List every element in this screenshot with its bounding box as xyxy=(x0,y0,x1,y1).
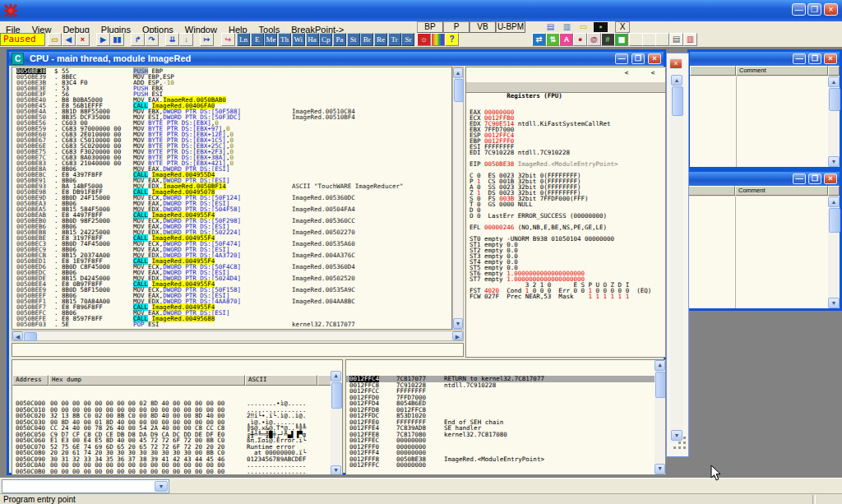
vertical-scrollbar[interactable]: ▲ ▼ xyxy=(828,197,840,308)
stack-row[interactable]: 0012FFD80012FFC8 xyxy=(346,407,665,414)
disassembly-vscrollbar[interactable]: ▲ ▼ xyxy=(452,67,464,330)
disassembly-row[interactable]: 0050BE3B.83C4 F0ADD ESP,-10 xyxy=(12,80,451,86)
appearance-button[interactable] xyxy=(431,33,445,46)
dump-row[interactable]: 0050C0C000 00 00 00 00 00 00 00 00 00 00… xyxy=(12,474,342,475)
disassembly-row[interactable]: 0050BE9D.8B0D 24F15000MOV ECX,DWORD PTR … xyxy=(12,195,451,201)
disassembly-row[interactable]: 0050BEC3.8B0D 74F45000MOV ECX,DWORD PTR … xyxy=(12,241,451,247)
stack-row[interactable]: 0012FFD48054B6ED xyxy=(346,400,665,407)
stack-vscrollbar[interactable]: ▲ ▼ xyxy=(655,360,666,474)
run-button[interactable]: ▶ xyxy=(96,33,110,46)
execute-till-return-button[interactable]: ↦ xyxy=(200,33,214,46)
stack-row[interactable]: 0012FFDC853D1020 xyxy=(346,413,665,419)
stack-row[interactable]: 0012FFCCFFFFFFFF xyxy=(346,388,665,395)
comment-list[interactable] xyxy=(687,197,828,308)
spiral-button[interactable]: @ xyxy=(587,33,601,46)
pane-button-e[interactable]: E xyxy=(251,33,264,46)
command-combobox[interactable]: ▼ xyxy=(2,479,169,493)
empty-toolbar-button[interactable] xyxy=(629,33,643,46)
console-icon[interactable]: ▪ xyxy=(594,22,608,32)
registers-pane[interactable]: Registers (FPU) < < EAX 00000000ECX 0012… xyxy=(465,67,666,358)
comment-list[interactable] xyxy=(690,76,828,167)
pane-button-me[interactable]: Me xyxy=(264,33,277,46)
register-line[interactable]: O 0 LastErr ERROR_SUCCESS (00000000) xyxy=(466,213,665,219)
collapse-button[interactable]: < xyxy=(621,68,632,77)
menu-button-bp[interactable]: BP xyxy=(417,21,443,33)
stack-row[interactable]: 0012FFF000000000 xyxy=(346,444,665,451)
close-button[interactable]: × xyxy=(648,53,661,64)
scroll-updown-button[interactable]: ⇅ xyxy=(546,33,560,46)
stack-row[interactable]: 0012FFF80050BE38ImageRed.<ModuleEntryPoi… xyxy=(346,456,665,463)
net-button[interactable]: # xyxy=(601,33,615,46)
open-file-button[interactable]: ▭ xyxy=(48,33,62,46)
pane-button-tr[interactable]: Tr xyxy=(388,33,401,46)
disassembly-row[interactable]: 0050BED6.8B0D C8F45000MOV ECX,DWORD PTR … xyxy=(12,264,451,270)
maximize-button[interactable]: ❐ xyxy=(808,53,821,64)
record-button[interactable]: ● xyxy=(573,33,587,46)
pane-button-wi[interactable]: Wi xyxy=(292,33,305,46)
combobox-dropdown-icon[interactable]: ▼ xyxy=(155,481,168,492)
collapse-button[interactable]: < xyxy=(647,68,659,77)
disassembly-pane[interactable]: 0050BE38$55PUSH EBP0050BE39.8BECMOV EBP,… xyxy=(12,67,452,330)
stack-row[interactable]: 0012FFC47C817077RETURN to kernel32.7C817… xyxy=(346,376,665,382)
vertical-scrollbar[interactable]: ▲ ▼ xyxy=(828,76,840,167)
pane-button-st[interactable]: St xyxy=(347,33,360,46)
empty-toolbar-button[interactable] xyxy=(655,33,669,46)
sync-arrows-button[interactable]: ⇄ xyxy=(532,33,546,46)
disassembly-row[interactable]: 0050BE8C.E8 4397F8FFCALL ImageRed.004955… xyxy=(12,172,451,178)
maximize-button[interactable]: ❐ xyxy=(808,173,821,184)
help-button[interactable]: ? xyxy=(445,33,459,46)
register-line[interactable]: EIP 0050BE38 ImageRed.<ModuleEntryPoint> xyxy=(466,161,665,167)
doc-list-button[interactable]: ▤ xyxy=(669,33,683,46)
stack-row[interactable]: 0012FFFC00000000 xyxy=(346,462,665,469)
minimize-button[interactable]: — xyxy=(792,3,806,16)
stack-row[interactable]: 0012FFE87C817080kernel32.7C817080 xyxy=(346,432,665,438)
options-button[interactable]: ☼ xyxy=(417,33,431,46)
step-over-button[interactable]: ↷ xyxy=(145,33,159,46)
pane-button-ln[interactable]: Ln xyxy=(237,33,250,46)
copy-page-icon[interactable]: ▤ xyxy=(544,21,557,33)
pane-button-pa[interactable]: Pa xyxy=(333,33,346,46)
trace-into-button[interactable]: ⇊ xyxy=(165,33,179,46)
dump-vscrollbar[interactable]: ▲ ▼ xyxy=(331,371,342,475)
register-line[interactable]: EFL 00000246 (NO,NB,E,BE,NS,PE,GE,LE) xyxy=(466,224,665,230)
menu-button-vb[interactable]: VB xyxy=(470,21,496,33)
pane-button-th[interactable]: Th xyxy=(278,33,291,46)
resize-grip[interactable] xyxy=(673,446,676,449)
doc-check-button[interactable]: ▥ xyxy=(683,33,697,46)
disassembly-row[interactable]: 0050BEFE.E8 8597F8FFCALL ImageRed.004956… xyxy=(12,316,451,321)
empty-toolbar-button[interactable] xyxy=(642,33,656,46)
disassembly-row[interactable]: 0050BF03.5EPOP ESIkernel32.7C817077 xyxy=(12,321,451,327)
close-button[interactable]: × xyxy=(824,53,837,64)
stack-row[interactable]: 0012FFE0FFFFFFFFEnd of SEH chain xyxy=(346,419,665,426)
minimize-button[interactable]: — xyxy=(793,173,806,184)
pane-button-ha[interactable]: Ha xyxy=(306,33,319,46)
step-into-button[interactable]: ↱ xyxy=(131,33,145,46)
menu-button-u-bpm[interactable]: U-BPM xyxy=(496,21,525,33)
pane-button-br[interactable]: Br xyxy=(360,33,373,46)
register-line[interactable]: EDI 7C910228 ntdll.7C910228 xyxy=(466,150,665,155)
notes-icon[interactable]: ▥ xyxy=(560,21,574,33)
restore-windows-button[interactable]: ◀ xyxy=(62,33,76,46)
stack-row[interactable]: 0012FFEC00000000 xyxy=(346,437,665,444)
cpu-titlebar[interactable]: C CPU - main thread, module ImageRed — ❐… xyxy=(9,52,664,66)
disassembly-row[interactable]: 0050BE83.C683 21040000 00MOV BYTE PTR DS… xyxy=(12,160,451,166)
minimize-button[interactable]: — xyxy=(615,53,628,64)
maximize-button[interactable]: ❐ xyxy=(807,3,821,16)
minimize-button[interactable]: — xyxy=(793,53,806,64)
comment-window-lower-titlebar[interactable]: — ❐ × xyxy=(687,172,840,186)
vertical-scrollbar[interactable]: ▲ ▼ xyxy=(670,75,683,443)
disassembly-row[interactable]: 0050BEF7.E8 F896F8FFCALL ImageRed.004955… xyxy=(12,304,451,310)
stack-row[interactable]: 0012FFC87C910228ntdll.7C910228 xyxy=(346,382,665,389)
trace-over-button[interactable]: ↓ xyxy=(179,33,193,46)
disassembly-row[interactable]: 0050BE38$55PUSH EBP xyxy=(12,68,451,74)
main-titlebar[interactable]: — ❐ × xyxy=(0,0,842,21)
stack-pane[interactable]: 0012FFC47C817077RETURN to kernel32.7C817… xyxy=(345,359,666,475)
menu-button-p[interactable]: P xyxy=(443,21,470,33)
dump-pane[interactable]: Address Hex dump ASCII 0050C00000 00 00 … xyxy=(12,359,343,475)
register-line[interactable]: FCW 027F Prec NEAR,53 Mask 1 1 1 1 1 1 xyxy=(466,294,665,299)
close-button[interactable]: × xyxy=(824,3,838,16)
close-program-button[interactable]: × xyxy=(76,33,90,46)
comment-window-upper-titlebar[interactable]: — ❐ × xyxy=(690,52,840,66)
disassembly-hscrollbar[interactable]: ◀ ▶ xyxy=(12,331,464,341)
pane-button-sr[interactable]: Sr xyxy=(401,33,414,46)
